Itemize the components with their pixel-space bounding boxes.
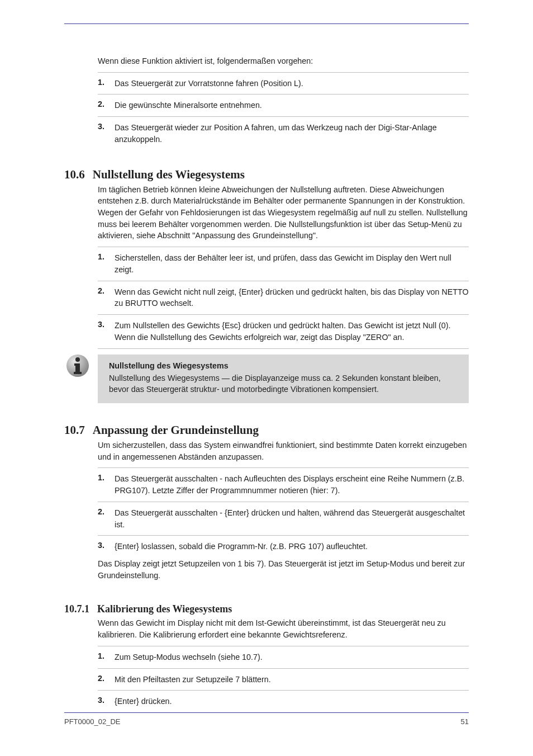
list-item: 3. {Enter} drücken. bbox=[98, 696, 469, 707]
step-text: Das Steuergerät ausschalten - {Enter} dr… bbox=[115, 507, 469, 530]
step-text: Zum Nullstellen des Gewichts {Esc} drück… bbox=[115, 320, 469, 343]
step-text: Sicherstellen, dass der Behälter leer is… bbox=[115, 252, 469, 275]
section-number: 10.7 bbox=[64, 423, 85, 437]
step-number: 1. bbox=[98, 78, 109, 87]
step-text: {Enter} drücken. bbox=[115, 696, 469, 707]
list-item: 1. Zum Setup-Modus wechseln (siehe 10.7)… bbox=[98, 651, 469, 663]
step-divider bbox=[98, 314, 469, 315]
list-item: 3. {Enter} loslassen, sobald die Program… bbox=[98, 541, 469, 552]
list-item: 2. Das Steuergerät ausschalten - {Enter}… bbox=[98, 507, 469, 530]
step-text: Wenn das Gewicht nicht null zeigt, {Ente… bbox=[115, 286, 469, 309]
list-item: 2. Mit den Pfeiltasten zur Setupzeile 7 … bbox=[98, 674, 469, 686]
step-divider bbox=[98, 247, 469, 247]
list-item: 2. Wenn das Gewicht nicht null zeigt, {E… bbox=[98, 286, 469, 309]
step-text: {Enter} loslassen, sobald die Programm-N… bbox=[115, 541, 469, 552]
footer-rule bbox=[64, 712, 469, 713]
step-text: Das Steuergerät zur Vorratstonne fahren … bbox=[115, 78, 469, 89]
step-divider bbox=[98, 502, 469, 502]
list-item: 3. Zum Nullstellen des Gewichts {Esc} dr… bbox=[98, 320, 469, 343]
section-title: Nullstellung des Wiegesystems bbox=[93, 168, 245, 182]
step-divider bbox=[98, 535, 469, 536]
step-number: 2. bbox=[98, 674, 109, 683]
list-item: 2. Die gewünschte Mineralsorte entnehmen… bbox=[98, 100, 469, 111]
step-text: Das Steuergerät wieder zur Position A fa… bbox=[115, 122, 469, 145]
list-item: 1. Sicherstellen, dass der Behälter leer… bbox=[98, 252, 469, 275]
note-text: Nullstellung des Wiegesystems — die Disp… bbox=[109, 372, 461, 395]
step-divider bbox=[98, 94, 469, 94]
note-heading: Nullstellung des Wiegesystems bbox=[109, 361, 461, 370]
section-heading: 10.7 Anpassung der Grundeinstellung bbox=[64, 423, 469, 437]
step-divider bbox=[98, 646, 469, 646]
section-heading: 10.6 Nullstellung des Wiegesystems bbox=[64, 168, 469, 182]
step-number: 2. bbox=[98, 100, 109, 108]
list-item: 1. Das Steuergerät ausschalten - nach Au… bbox=[98, 473, 469, 496]
subsection-heading: 10.7.1 Kalibrierung des Wiegesystems bbox=[64, 603, 469, 615]
header-rule bbox=[64, 23, 469, 24]
page-number: 51 bbox=[461, 717, 469, 726]
subsection-title: Kalibrierung des Wiegesystems bbox=[97, 603, 232, 615]
footer-left: PFT0000_02_DE bbox=[64, 717, 120, 726]
step-number: 2. bbox=[98, 507, 109, 516]
svg-point-1 bbox=[75, 357, 80, 362]
step-divider bbox=[98, 690, 469, 691]
step-number: 3. bbox=[98, 122, 109, 131]
list-item: 3. Das Steuergerät wieder zur Position A… bbox=[98, 122, 469, 145]
section-paragraph: Im täglichen Betrieb können kleine Abwei… bbox=[98, 184, 469, 242]
step-number: 1. bbox=[98, 252, 109, 261]
step-divider bbox=[98, 467, 469, 468]
step-number: 1. bbox=[98, 473, 109, 482]
step-divider bbox=[98, 116, 469, 117]
page-footer: PFT0000_02_DE 51 bbox=[64, 712, 469, 726]
step-text: Mit den Pfeiltasten zur Setupzeile 7 blä… bbox=[115, 674, 469, 686]
note-callout: Nullstellung des Wiegesystems Nullstellu… bbox=[98, 355, 469, 403]
step-number: 2. bbox=[98, 286, 109, 295]
step-divider bbox=[98, 281, 469, 281]
step-number: 3. bbox=[98, 541, 109, 550]
step-text: Zum Setup-Modus wechseln (siehe 10.7). bbox=[115, 651, 469, 663]
step-number: 3. bbox=[98, 320, 109, 329]
section-paragraph: Wenn das Gewicht im Display nicht mit de… bbox=[98, 617, 469, 640]
step-divider bbox=[98, 668, 469, 669]
step-text: Die gewünschte Mineralsorte entnehmen. bbox=[115, 100, 469, 111]
info-icon bbox=[65, 353, 90, 378]
list-item: 1. Das Steuergerät zur Vorratstonne fahr… bbox=[98, 78, 469, 89]
section-title: Anpassung der Grundeinstellung bbox=[93, 423, 259, 437]
intro-paragraph: Wenn diese Funktion aktiviert ist, folge… bbox=[98, 55, 469, 67]
step-divider bbox=[98, 72, 469, 73]
subsection-number: 10.7.1 bbox=[64, 603, 89, 615]
step-text: Das Steuergerät ausschalten - nach Aufle… bbox=[115, 473, 469, 496]
section-number: 10.6 bbox=[64, 168, 85, 182]
section-paragraph: Das Display zeigt jetzt Setupzeilen von … bbox=[98, 558, 469, 581]
step-divider bbox=[98, 348, 469, 349]
step-number: 1. bbox=[98, 651, 109, 660]
section-paragraph: Um sicherzustellen, dass das System einw… bbox=[98, 440, 469, 462]
step-number: 3. bbox=[98, 696, 109, 705]
